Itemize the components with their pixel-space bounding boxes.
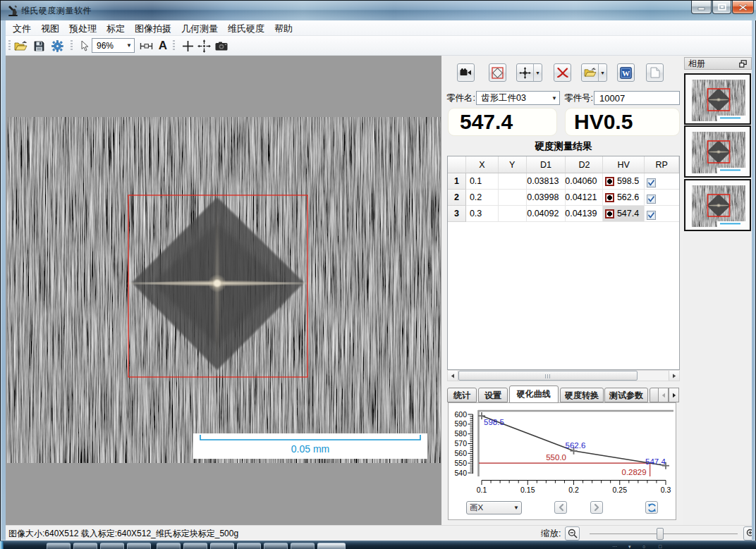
zoom-out-button[interactable] bbox=[565, 526, 580, 541]
measure-button[interactable] bbox=[138, 38, 154, 54]
taskbar-button[interactable] bbox=[183, 543, 207, 549]
main-toolbar: 96% ▼ A bbox=[6, 36, 752, 56]
album-header[interactable]: 相册 bbox=[684, 57, 752, 70]
checkbox-checked-icon[interactable] bbox=[647, 178, 656, 187]
cross-add-button[interactable] bbox=[180, 38, 195, 54]
live-video-button[interactable] bbox=[457, 63, 475, 82]
text-tool-button[interactable]: A bbox=[155, 38, 171, 54]
table-row[interactable]: 30.30.040920.04139547.4 bbox=[448, 206, 679, 222]
svg-text:550.0: 550.0 bbox=[546, 453, 566, 462]
column-header-index[interactable] bbox=[448, 156, 466, 173]
tab-2[interactable]: 设置 bbox=[478, 388, 508, 402]
move-point-button[interactable]: ▼ bbox=[516, 63, 542, 82]
zoom-slider-track[interactable] bbox=[590, 533, 738, 534]
svg-text:570: 570 bbox=[454, 439, 467, 448]
tab-scroll-left-button[interactable] bbox=[658, 388, 669, 402]
scrollbar-thumb[interactable] bbox=[458, 371, 638, 381]
scroll-left-button[interactable] bbox=[448, 371, 458, 381]
album-thumbnail[interactable] bbox=[684, 125, 751, 178]
tray-icon[interactable]: ⋯ bbox=[612, 544, 617, 549]
microscope-image[interactable] bbox=[7, 117, 441, 463]
menu-item-8[interactable]: 帮助 bbox=[269, 20, 298, 35]
menu-item-1[interactable]: 文件 bbox=[8, 20, 36, 35]
prev-point-button[interactable] bbox=[554, 501, 567, 514]
menu-item-2[interactable]: 视图 bbox=[36, 20, 64, 35]
taskbar-button[interactable] bbox=[237, 543, 261, 549]
column-header-D2[interactable]: D2 bbox=[566, 156, 603, 173]
tab-scroll-right-button[interactable] bbox=[669, 388, 679, 402]
svg-text:W: W bbox=[622, 68, 630, 77]
chevron-down-icon[interactable]: ▼ bbox=[598, 64, 606, 81]
open-file-button[interactable] bbox=[13, 38, 28, 54]
taskbar-button[interactable] bbox=[157, 543, 181, 549]
menu-item-3[interactable]: 预处理 bbox=[64, 20, 102, 35]
part-name-combo[interactable]: 齿形工件03 ▼ bbox=[476, 91, 560, 105]
menu-item-7[interactable]: 维氏硬度 bbox=[223, 20, 269, 35]
menu-item-5[interactable]: 图像拍摄 bbox=[130, 20, 176, 35]
taskbar-button[interactable] bbox=[73, 543, 97, 549]
close-button[interactable] bbox=[732, 1, 754, 14]
tray-icon[interactable]: ▾ bbox=[628, 544, 631, 549]
minimize-button[interactable] bbox=[691, 1, 712, 14]
taskbar-button-active[interactable] bbox=[317, 543, 346, 549]
taskbar-button[interactable] bbox=[127, 543, 151, 549]
rp-checkbox[interactable] bbox=[647, 209, 656, 218]
album-thumbnail[interactable] bbox=[684, 179, 751, 231]
svg-text:562.6: 562.6 bbox=[566, 441, 586, 450]
hv-value: 547.4 bbox=[617, 206, 639, 221]
zoom-level-combo[interactable]: 96% ▼ bbox=[92, 38, 135, 53]
column-header-RP[interactable]: RP bbox=[645, 156, 679, 173]
settings-button[interactable] bbox=[49, 38, 65, 54]
zoom-slider-handle[interactable] bbox=[657, 528, 664, 540]
rp-checkbox[interactable] bbox=[647, 177, 656, 186]
part-no-input[interactable]: 10007 bbox=[594, 91, 680, 105]
series-combo[interactable]: 画X ▼ bbox=[466, 501, 522, 514]
taskbar-button[interactable] bbox=[264, 543, 288, 549]
refresh-chart-button[interactable] bbox=[645, 501, 658, 514]
checkbox-checked-icon[interactable] bbox=[647, 195, 656, 204]
tray-icon[interactable]: □ bbox=[659, 544, 662, 549]
checkbox-checked-icon[interactable] bbox=[647, 211, 656, 220]
tab-3[interactable]: 硬化曲线 bbox=[509, 385, 559, 403]
rp-checkbox[interactable] bbox=[647, 193, 656, 202]
column-header-Y[interactable]: Y bbox=[499, 156, 527, 173]
column-header-X[interactable]: X bbox=[466, 156, 499, 173]
title-bar[interactable]: 维氏硬度测量软件 bbox=[1, 1, 756, 20]
menu-item-4[interactable]: 标定 bbox=[102, 20, 130, 35]
taskbar-button[interactable] bbox=[47, 543, 71, 549]
delete-measure-button[interactable] bbox=[554, 63, 571, 82]
table-h-scrollbar[interactable] bbox=[447, 370, 680, 381]
scroll-right-button[interactable] bbox=[669, 371, 679, 381]
maximize-button[interactable] bbox=[712, 1, 731, 14]
taskbar-button[interactable] bbox=[291, 543, 315, 549]
taskbar-button[interactable] bbox=[210, 543, 234, 549]
save-button[interactable] bbox=[31, 38, 47, 54]
tray-icon[interactable]: ○ bbox=[642, 544, 645, 549]
next-point-button[interactable] bbox=[590, 501, 603, 514]
new-blank-button[interactable] bbox=[646, 63, 664, 82]
tab-5[interactable]: 测试参数 bbox=[604, 388, 648, 402]
capture-button[interactable] bbox=[214, 38, 229, 54]
tab-1[interactable]: 统计 bbox=[447, 388, 477, 402]
column-header-D1[interactable]: D1 bbox=[527, 156, 566, 173]
tab-4[interactable]: 硬度转换 bbox=[560, 388, 604, 402]
album-thumbnail[interactable] bbox=[684, 73, 751, 125]
measure-indent-button[interactable] bbox=[489, 63, 506, 82]
row-index: 3 bbox=[448, 206, 466, 222]
center-crosshair-button[interactable] bbox=[196, 38, 212, 54]
toolbar-grip bbox=[8, 40, 11, 51]
zoom-in-button[interactable] bbox=[743, 526, 752, 541]
taskbar-start-sliver[interactable] bbox=[0, 541, 4, 549]
float-panel-icon[interactable] bbox=[739, 60, 747, 68]
menu-item-6[interactable]: 几何测量 bbox=[176, 20, 223, 35]
table-row[interactable]: 10.10.038130.04060598.5 bbox=[448, 173, 679, 190]
cell-x: 0.1 bbox=[466, 173, 499, 190]
word-report-button[interactable]: W bbox=[617, 63, 635, 82]
select-cursor-button[interactable] bbox=[77, 38, 92, 54]
windows-taskbar[interactable]: ⋯▾○□ bbox=[0, 541, 756, 549]
taskbar-button[interactable] bbox=[100, 543, 124, 549]
table-row[interactable]: 20.20.039980.04121562.6 bbox=[448, 190, 679, 206]
column-header-HV[interactable]: HV bbox=[603, 156, 645, 173]
load-image-button[interactable]: ▼ bbox=[581, 63, 607, 82]
chevron-down-icon[interactable]: ▼ bbox=[533, 64, 542, 81]
